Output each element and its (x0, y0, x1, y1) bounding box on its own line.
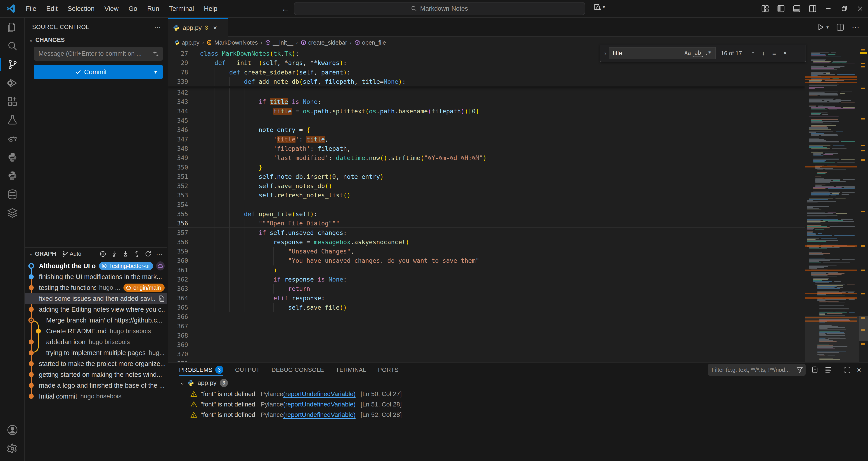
commit-row[interactable]: trying to implement multiple pageshug... (25, 347, 167, 358)
minimize-icon[interactable] (820, 0, 836, 17)
code-line[interactable]: 371 (168, 359, 805, 362)
scrollbar-thumb[interactable] (859, 316, 868, 341)
commit-row[interactable]: Create README.mdhugo brisebois (25, 326, 167, 337)
panel-tab-problems[interactable]: PROBLEMS3 (179, 363, 223, 377)
minimap[interactable] (805, 49, 859, 362)
menu-item-selection[interactable]: Selection (63, 3, 99, 15)
commit-row[interactable]: addedan iconhugo brisebois (25, 337, 167, 347)
problems-filter-input[interactable]: Filter (e.g. text, **/*.ts, !**/nod... (708, 364, 806, 376)
code-line[interactable]: 345 (168, 116, 805, 125)
code-line[interactable]: 365self.save_file() (168, 303, 805, 312)
panel-tab-terminal[interactable]: TERMINAL (336, 363, 366, 377)
code-line[interactable]: 355def open_file(self): (168, 209, 805, 219)
git-pull-icon[interactable] (122, 251, 129, 257)
menu-item-terminal[interactable]: Terminal (164, 3, 199, 15)
commit-row[interactable]: started to make the project more organiz… (25, 358, 167, 369)
overview-ruler[interactable] (859, 49, 868, 362)
toggle-replace-icon[interactable]: › (602, 50, 609, 57)
copilot-button[interactable]: ▾ (594, 3, 605, 11)
menu-item-file[interactable]: File (21, 3, 41, 15)
code-line[interactable]: 366 (168, 312, 805, 321)
code-line[interactable]: 353self.refresh_notes_list() (168, 191, 805, 200)
restore-icon[interactable] (836, 0, 852, 17)
toggle-secondary-sidebar-icon[interactable] (805, 0, 820, 17)
problem-rule-link[interactable]: (reportUndefinedVariable) (283, 391, 355, 397)
activity-item-python[interactable] (0, 148, 25, 167)
code-line[interactable]: 349'last_modified': datetime.now().strft… (168, 153, 805, 163)
graph-auto-button[interactable]: Auto (62, 251, 81, 257)
breadcrumb-item-openfile[interactable]: open_file (354, 39, 386, 46)
graph-more-actions-icon[interactable]: ⋯ (156, 250, 163, 258)
menu-item-help[interactable]: Help (199, 3, 222, 15)
problem-row[interactable]: "font" is not definedPylance(reportUndef… (168, 410, 868, 420)
code-line[interactable]: 369 (168, 340, 805, 349)
find-input[interactable]: Aa ab .* (609, 47, 716, 59)
commit-row[interactable]: fixed some issues and then added savi... (25, 293, 167, 304)
toggle-primary-sidebar-icon[interactable] (773, 0, 789, 17)
code-line[interactable]: 367 (168, 321, 805, 330)
menu-item-view[interactable]: View (99, 3, 123, 15)
commit-row[interactable]: adding the Editing notes view where you … (25, 304, 167, 315)
problem-row[interactable]: "font" is not definedPylance(reportUndef… (168, 389, 868, 399)
refresh-icon[interactable] (145, 251, 152, 257)
code-line[interactable]: 363return (168, 284, 805, 293)
code-line[interactable]: 348'filepath': filepath, (168, 144, 805, 153)
code-line[interactable]: 350} (168, 163, 805, 172)
tab-app-py[interactable]: app.py 3 × (168, 18, 228, 37)
collapse-all-icon[interactable] (825, 366, 832, 373)
diff-file-icon[interactable] (158, 295, 164, 302)
activity-item-testing[interactable] (0, 111, 25, 129)
code-line[interactable]: 78def create_sidebar(self, parent): (168, 68, 805, 77)
code-line[interactable]: 354 (168, 200, 805, 209)
activity-item-explorer[interactable] (0, 18, 25, 37)
breadcrumb-item-MarkDownNotes[interactable]: MarkDownNotes (207, 39, 258, 46)
split-editor-icon[interactable] (836, 23, 844, 31)
commit-row[interactable]: made a logo and finished the base of the… (25, 380, 167, 391)
regex-icon[interactable]: .* (703, 50, 713, 57)
code-line[interactable]: 368 (168, 331, 805, 340)
menu-item-run[interactable]: Run (142, 3, 164, 15)
code-line[interactable]: 351self.note_db.insert(0, note_entry) (168, 172, 805, 181)
problem-rule-link[interactable]: (reportUndefinedVariable) (283, 411, 355, 418)
commit-row[interactable]: Merge branch 'main' of https://github.c.… (25, 315, 167, 326)
problems-file-row[interactable]: ⌄ app.py 3 (168, 377, 868, 389)
find-query-input[interactable] (613, 50, 683, 57)
nav-back-icon[interactable]: ← (281, 4, 290, 13)
activity-item-layers[interactable] (0, 204, 25, 222)
code-line[interactable]: 361) (168, 265, 805, 275)
breadcrumb-item-app.py[interactable]: app.py (174, 39, 199, 46)
activity-item-search[interactable] (0, 37, 25, 55)
commit-dropdown-button[interactable]: ▾ (148, 65, 163, 79)
git-push-icon[interactable] (133, 251, 140, 257)
minimap-slider[interactable] (805, 316, 859, 364)
ref-badge[interactable]: Testing-better-ui (99, 262, 153, 270)
close-panel-icon[interactable]: × (857, 366, 861, 374)
commit-button[interactable]: Commit ▾ (34, 65, 163, 79)
code-line[interactable]: 370 (168, 349, 805, 359)
activity-item-source-control[interactable] (0, 55, 25, 74)
code-line[interactable]: 360"You have unsaved changes. do you wan… (168, 256, 805, 265)
command-center-search[interactable]: Markdown-Notes (294, 2, 585, 15)
run-python-file-button[interactable]: ▾ (817, 23, 829, 31)
tab-close-icon[interactable]: × (213, 24, 217, 32)
code-line[interactable]: 343if title is None: (168, 97, 805, 106)
activity-item-extensions[interactable] (0, 92, 25, 111)
code-line[interactable]: 347'title': title, (168, 135, 805, 144)
toggle-panel-icon[interactable] (789, 0, 805, 17)
target-icon[interactable] (99, 251, 106, 257)
code-line[interactable]: 362if response is None: (168, 275, 805, 284)
activity-item-python-env[interactable] (0, 167, 25, 185)
activity-item-remote[interactable] (0, 129, 25, 148)
breadcrumb-item-createsidebar[interactable]: create_sidebar (301, 39, 347, 46)
commit-row[interactable]: Initial commithugo brisebois (25, 391, 167, 402)
problem-row[interactable]: "font" is not definedPylance(reportUndef… (168, 399, 868, 410)
code-editor[interactable]: 342343if title is None:344title = os.pat… (168, 49, 805, 362)
whole-word-icon[interactable]: ab (693, 49, 703, 57)
code-line[interactable]: 339def add_note_db(self, filepath, title… (168, 77, 805, 86)
panel-tab-ports[interactable]: PORTS (378, 363, 399, 377)
code-line[interactable]: 344title = os.path.splittext(os.path.bas… (168, 107, 805, 116)
chevron-down-icon[interactable]: ▾ (827, 24, 829, 30)
commit-message-input[interactable]: Message (Ctrl+Enter to commit on ... (34, 47, 163, 61)
close-window-icon[interactable] (852, 0, 868, 17)
editor-more-actions-icon[interactable]: ⋯ (852, 23, 860, 32)
